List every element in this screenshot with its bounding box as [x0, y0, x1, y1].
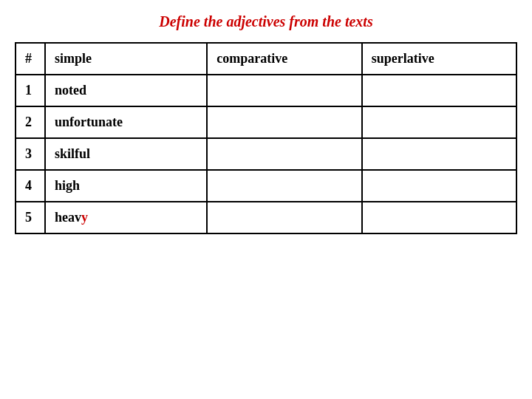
- cell-superlative-2: [362, 106, 516, 138]
- cell-superlative-5: [362, 202, 516, 233]
- table-row: 1 noted: [16, 75, 516, 106]
- table-header-row: # simple comparative superlative: [16, 43, 516, 75]
- cell-simple-3: skilful: [45, 138, 207, 170]
- cell-superlative-1: [362, 75, 516, 106]
- cell-comparative-1: [207, 75, 361, 106]
- cell-comparative-3: [207, 138, 361, 170]
- header-simple: simple: [45, 43, 207, 75]
- table-wrapper: # simple comparative superlative 1 noted…: [15, 42, 517, 234]
- header-superlative: superlative: [362, 43, 516, 75]
- header-num: #: [16, 43, 45, 75]
- red-letter: y: [81, 210, 88, 225]
- cell-comparative-4: [207, 170, 361, 202]
- header-comparative: comparative: [207, 43, 361, 75]
- page-title: Define the adjectives from the texts: [159, 13, 372, 30]
- cell-num-3: 3: [16, 138, 45, 170]
- cell-simple-5: heavy: [45, 202, 207, 233]
- cell-superlative-3: [362, 138, 516, 170]
- adjectives-table: # simple comparative superlative 1 noted…: [15, 42, 517, 234]
- cell-num-5: 5: [16, 202, 45, 233]
- cell-superlative-4: [362, 170, 516, 202]
- table-row: 3 skilful: [16, 138, 516, 170]
- table-row: 4 high: [16, 170, 516, 202]
- cell-simple-1: noted: [45, 75, 207, 106]
- cell-num-4: 4: [16, 170, 45, 202]
- table-row: 5 heavy: [16, 202, 516, 233]
- cell-simple-4: high: [45, 170, 207, 202]
- cell-comparative-2: [207, 106, 361, 138]
- cell-simple-2: unfortunate: [45, 106, 207, 138]
- cell-comparative-5: [207, 202, 361, 233]
- table-row: 2 unfortunate: [16, 106, 516, 138]
- cell-num-1: 1: [16, 75, 45, 106]
- cell-num-2: 2: [16, 106, 45, 138]
